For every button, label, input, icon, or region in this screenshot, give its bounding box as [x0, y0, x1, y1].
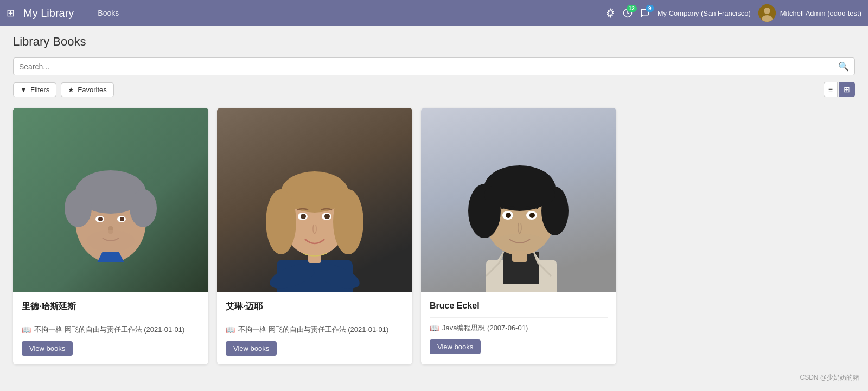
book-title-2: Java编程思想 (2007-06-01): [442, 323, 528, 333]
kanban-view-button[interactable]: ⊞: [839, 82, 855, 97]
book-entry-0: 📖 不拘一格 网飞的自由与责任工作法 (2021-01-01): [22, 325, 200, 335]
book-image-2: [421, 108, 616, 292]
search-bar-row: 🔍: [13, 57, 855, 75]
activity-icon[interactable]: 12: [623, 8, 633, 18]
user-avatar: [758, 4, 776, 22]
page-title: Library Books: [13, 35, 855, 49]
book-card-body-0: 里德·哈斯廷斯 📖 不拘一格 网飞的自由与责任工作法 (2021-01-01) …: [13, 292, 208, 364]
grid-icon[interactable]: ⊞: [7, 7, 15, 19]
filters-button[interactable]: ▼ Filters: [13, 82, 56, 97]
list-view-button[interactable]: ≡: [824, 82, 838, 97]
svg-point-31: [324, 214, 330, 219]
svg-point-27: [333, 189, 363, 254]
company-selector[interactable]: My Company (San Francisco): [658, 9, 751, 17]
nav-books[interactable]: Books: [93, 7, 123, 20]
search-icon[interactable]: 🔍: [838, 61, 849, 72]
book-card-0: 里德·哈斯廷斯 📖 不拘一格 网飞的自由与责任工作法 (2021-01-01) …: [13, 108, 208, 364]
book-card-2: Bruce Eckel 📖 Java编程思想 (2007-06-01) View…: [421, 108, 616, 364]
book-image-0: [13, 108, 208, 292]
book-card-body-2: Bruce Eckel 📖 Java编程思想 (2007-06-01) View…: [421, 292, 616, 363]
search-container: 🔍: [13, 57, 855, 75]
book-icon-0: 📖: [22, 325, 31, 334]
user-menu[interactable]: Mitchell Admin (odoo-test): [758, 4, 861, 22]
book-entry-2: 📖 Java编程思想 (2007-06-01): [430, 323, 608, 333]
view-books-button-2[interactable]: View books: [430, 339, 481, 354]
svg-point-30: [301, 214, 306, 219]
header-icons: 12 9 My Company (San Francisco) Mitchell…: [605, 4, 861, 22]
book-author-1: 艾琳·迈耶: [226, 301, 404, 312]
book-author-2: Bruce Eckel: [430, 301, 608, 311]
svg-point-26: [266, 189, 296, 254]
app-title: My Library: [23, 7, 74, 20]
svg-point-45: [529, 213, 535, 218]
messages-icon[interactable]: 9: [640, 8, 650, 18]
svg-point-46: [494, 234, 546, 251]
app-header: ⊞ My Library Books 12 9 My Company (San …: [0, 0, 868, 26]
svg-rect-41: [484, 188, 555, 202]
activity-badge: 12: [627, 5, 637, 12]
books-grid: 里德·哈斯廷斯 📖 不拘一格 网飞的自由与责任工作法 (2021-01-01) …: [13, 108, 855, 364]
svg-point-15: [120, 217, 124, 221]
favorites-button[interactable]: ★ Favorites: [61, 82, 113, 97]
star-icon: ★: [68, 86, 74, 94]
book-card-body-1: 艾琳·迈耶 📖 不拘一格 网飞的自由与责任工作法 (2021-01-01) Vi…: [217, 292, 412, 364]
book-title-0: 不拘一格 网飞的自由与责任工作法 (2021-01-01): [34, 325, 184, 335]
svg-point-17: [86, 230, 135, 252]
kanban-icon: ⊞: [844, 85, 850, 94]
user-name: Mitchell Admin (odoo-test): [780, 9, 861, 17]
book-image-1: [217, 108, 412, 292]
search-input[interactable]: [19, 62, 838, 71]
book-entry-1: 📖 不拘一格 网飞的自由与责任工作法 (2021-01-01): [226, 325, 404, 335]
view-books-button-0[interactable]: View books: [22, 341, 73, 356]
view-toggle: ≡ ⊞: [824, 82, 855, 97]
svg-point-11: [130, 189, 157, 227]
list-icon: ≡: [828, 85, 833, 94]
svg-point-2: [764, 8, 770, 14]
book-icon-1: 📖: [226, 325, 235, 334]
filter-row: ▼ Filters ★ Favorites ≡ ⊞: [13, 82, 855, 97]
book-author-0: 里德·哈斯廷斯: [22, 301, 200, 312]
svg-point-10: [65, 189, 92, 227]
settings-icon[interactable]: [605, 8, 615, 18]
svg-point-44: [506, 213, 511, 218]
view-books-button-1[interactable]: View books: [226, 341, 277, 356]
book-icon-2: 📖: [430, 324, 439, 332]
svg-point-14: [98, 217, 103, 221]
messages-badge: 9: [646, 5, 654, 12]
page-content: Library Books 🔍 ▼ Filters ★ Favorites ≡ …: [0, 26, 868, 373]
book-title-1: 不拘一格 网飞的自由与责任工作法 (2021-01-01): [238, 325, 388, 335]
book-card-1: 艾琳·迈耶 📖 不拘一格 网飞的自由与责任工作法 (2021-01-01) Vi…: [217, 108, 412, 364]
filter-icon: ▼: [20, 86, 27, 94]
